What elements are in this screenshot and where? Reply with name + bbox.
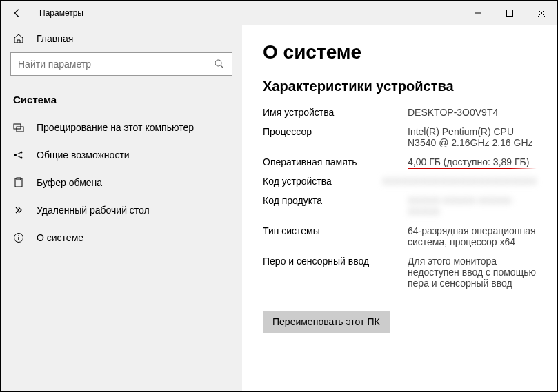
- svg-point-16: [18, 235, 19, 236]
- spec-label: Процессор: [263, 126, 408, 148]
- spec-row-pen-touch: Перо и сенсорный ввод Для этого монитора…: [263, 256, 537, 289]
- svg-rect-1: [507, 10, 513, 16]
- info-icon: [13, 232, 24, 243]
- search-box[interactable]: [10, 52, 232, 76]
- content-area: О системе Характеристики устройства Имя …: [242, 25, 557, 391]
- ram-text: 4,00 ГБ (доступно: 3,89 ГБ): [408, 156, 529, 167]
- clipboard-icon: [13, 177, 24, 188]
- share-icon: [13, 149, 24, 161]
- settings-window: Параметры Главная Система Проецирование: [0, 0, 558, 392]
- sidebar-item-label: Буфер обмена: [37, 177, 102, 188]
- search-wrap: [1, 52, 242, 83]
- home-label: Главная: [37, 33, 73, 44]
- svg-point-4: [215, 60, 221, 66]
- spec-row-product-id: Код продукта XXXXX-XXXXX-XXXXX-XXXXX: [263, 195, 537, 217]
- spec-value: Intel(R) Pentium(R) CPU N3540 @ 2.16GHz …: [408, 126, 537, 148]
- sidebar-item-shared[interactable]: Общие возможности: [1, 141, 242, 169]
- window-body: Главная Система Проецирование на этот ко…: [1, 25, 557, 391]
- sidebar-item-label: Проецирование на этот компьютер: [37, 122, 194, 133]
- page-title: О системе: [263, 41, 537, 63]
- search-icon: [214, 59, 225, 70]
- maximize-button[interactable]: [494, 1, 526, 25]
- spec-label: Имя устройства: [263, 107, 408, 118]
- sidebar-section-title: Система: [1, 83, 242, 114]
- section-heading: Характеристики устройства: [263, 79, 537, 94]
- spec-row-ram: Оперативная память 4,00 ГБ (доступно: 3,…: [263, 156, 537, 167]
- spec-label: Оперативная память: [263, 156, 408, 167]
- rename-pc-button[interactable]: Переименовать этот ПК: [263, 311, 390, 333]
- back-arrow-icon: [12, 8, 22, 18]
- spec-row-processor: Процессор Intel(R) Pentium(R) CPU N3540 …: [263, 126, 537, 148]
- close-button[interactable]: [526, 1, 557, 25]
- sidebar-item-remote[interactable]: Удаленный рабочий стол: [1, 196, 242, 224]
- spec-label: Код продукта: [263, 195, 408, 217]
- sidebar-item-about[interactable]: О системе: [1, 224, 242, 251]
- svg-line-11: [16, 153, 21, 155]
- svg-line-12: [16, 156, 21, 158]
- minimize-button[interactable]: [462, 1, 494, 25]
- back-button[interactable]: [1, 1, 34, 25]
- spec-value: DESKTOP-3O0V9T4: [408, 107, 537, 118]
- spec-value: Для этого монитора недоступен ввод с пом…: [408, 256, 537, 289]
- sidebar: Главная Система Проецирование на этот ко…: [1, 25, 242, 391]
- spec-value-blurred: XXXXXXXXXXXXXXXXXXXXXXXX: [382, 176, 537, 187]
- project-icon: [13, 122, 24, 133]
- close-icon: [538, 10, 545, 17]
- spec-label: Тип системы: [263, 225, 408, 247]
- spec-label: Перо и сенсорный ввод: [263, 256, 408, 289]
- titlebar: Параметры: [1, 1, 557, 25]
- svg-line-5: [221, 65, 223, 68]
- sidebar-item-label: Удаленный рабочий стол: [37, 205, 150, 216]
- highlight-underline: [408, 168, 537, 169]
- spec-value-blurred: XXXXX-XXXXX-XXXXX-XXXXX: [408, 195, 537, 217]
- window-title: Параметры: [39, 8, 83, 18]
- maximize-icon: [506, 10, 513, 17]
- spec-row-device-id: Код устройства XXXXXXXXXXXXXXXXXXXXXXXX: [263, 176, 537, 187]
- home-link[interactable]: Главная: [1, 25, 242, 52]
- spec-value: 64-разрядная операционная система, проце…: [408, 225, 537, 247]
- window-controls: [462, 1, 557, 25]
- spec-row-device-name: Имя устройства DESKTOP-3O0V9T4: [263, 107, 537, 118]
- home-icon: [13, 33, 24, 44]
- sidebar-item-label: Общие возможности: [37, 149, 130, 161]
- spec-value-ram: 4,00 ГБ (доступно: 3,89 ГБ): [408, 156, 537, 167]
- minimize-icon: [475, 10, 481, 17]
- sidebar-item-label: О системе: [37, 232, 83, 243]
- sidebar-item-clipboard[interactable]: Буфер обмена: [1, 169, 242, 196]
- spec-row-system-type: Тип системы 64-разрядная операционная си…: [263, 225, 537, 247]
- remote-icon: [13, 205, 24, 216]
- spec-label: Код устройства: [263, 176, 382, 187]
- search-input[interactable]: [18, 59, 214, 70]
- sidebar-item-projecting[interactable]: Проецирование на этот компьютер: [1, 114, 242, 141]
